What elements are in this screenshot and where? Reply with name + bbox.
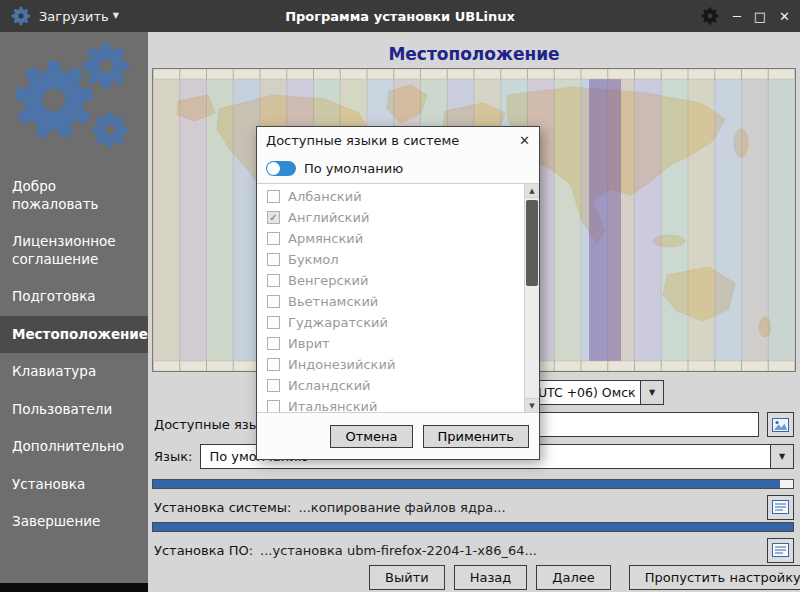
- system-progress-bar: [152, 479, 794, 489]
- checkbox-icon[interactable]: [267, 232, 280, 245]
- sidebar-footer-strip: [0, 583, 148, 592]
- checkbox-icon[interactable]: [267, 295, 280, 308]
- sidebar: Добро пожаловатьЛицензионное соглашениеП…: [0, 32, 148, 592]
- language-list-item[interactable]: Гуджаратский: [257, 312, 524, 333]
- log-icon: [772, 500, 789, 514]
- dialog-header: Доступные языки в системе ✕: [257, 127, 539, 154]
- sidebar-item-keyboard[interactable]: Клавиатура: [0, 353, 148, 391]
- close-button[interactable]: ✕: [779, 10, 790, 23]
- language-list-item[interactable]: Армянский: [257, 228, 524, 249]
- default-toggle-label: По умолчанию: [304, 161, 403, 176]
- cancel-button[interactable]: Отмена: [330, 425, 412, 448]
- window-title: Программа установки UBLinux: [0, 9, 800, 24]
- language-item-label: Албанский: [288, 189, 362, 204]
- software-status-row: Установка ПО: ...установка ubm-firefox-2…: [154, 537, 794, 563]
- checkbox-icon[interactable]: [267, 316, 280, 329]
- checkbox-icon[interactable]: [267, 190, 280, 203]
- next-button[interactable]: Далее: [536, 565, 610, 590]
- toggle-knob: [267, 162, 280, 175]
- language-list: АлбанскийАнглийскийАрмянскийБукмолВенгер…: [257, 186, 524, 412]
- back-button[interactable]: Назад: [454, 565, 528, 590]
- default-toggle-row: По умолчанию: [257, 154, 539, 183]
- gears-artwork-icon: [2, 38, 146, 164]
- picture-icon: [772, 418, 789, 432]
- sidebar-item-welcome[interactable]: Добро пожаловать: [0, 168, 148, 223]
- load-button-label: Загрузить: [39, 9, 109, 24]
- checkbox-checked-icon[interactable]: [267, 211, 280, 224]
- sidebar-item-advanced[interactable]: Дополнительно: [0, 428, 148, 466]
- checkbox-icon[interactable]: [267, 379, 280, 392]
- sidebar-item-location[interactable]: Местоположение: [0, 316, 148, 354]
- language-list-item[interactable]: Венгерский: [257, 270, 524, 291]
- software-log-button[interactable]: [767, 538, 794, 563]
- software-progress-fill: [153, 523, 793, 531]
- scroll-down-icon[interactable]: ▼: [525, 398, 539, 412]
- language-list-item[interactable]: Албанский: [257, 186, 524, 207]
- load-button[interactable]: Загрузить ▼: [39, 9, 119, 24]
- default-toggle[interactable]: [266, 161, 296, 176]
- language-item-label: Гуджаратский: [288, 315, 388, 330]
- language-item-label: Иврит: [288, 336, 330, 351]
- dialog-title: Доступные языки в системе: [266, 133, 459, 148]
- language-list-item[interactable]: Вьетнамский: [257, 291, 524, 312]
- system-status-row: Установка системы: ...копирование файлов…: [154, 494, 794, 520]
- settings-gear-icon[interactable]: [700, 6, 720, 26]
- apply-button[interactable]: Применить: [423, 425, 529, 448]
- dialog-footer: Отмена Применить: [257, 413, 539, 459]
- sidebar-item-license[interactable]: Лицензионное соглашение: [0, 223, 148, 278]
- footer-buttons-row: Выйти Назад Далее Пропустить настройку: [152, 565, 794, 590]
- language-item-label: Исландский: [288, 378, 371, 393]
- software-status-text: ...установка ubm-firefox-2204-1-x86_64..…: [260, 543, 537, 558]
- page-title: Местоположение: [148, 44, 800, 64]
- chevron-down-icon: ▼: [113, 12, 119, 20]
- skip-setup-button[interactable]: Пропустить настройку: [629, 565, 800, 590]
- checkbox-icon[interactable]: [267, 274, 280, 287]
- checkbox-icon[interactable]: [267, 253, 280, 266]
- system-log-button[interactable]: [767, 495, 794, 520]
- timezone-select-value: (UTC +06) Омск: [527, 385, 640, 400]
- language-item-label: Английский: [288, 210, 369, 225]
- language-select-arrow-icon[interactable]: ▼: [770, 445, 793, 468]
- language-item-label: Букмол: [288, 252, 339, 267]
- minimize-button[interactable]: ─: [733, 10, 741, 23]
- dialog-close-icon[interactable]: ✕: [519, 133, 530, 148]
- software-status-label: Установка ПО:: [154, 543, 253, 558]
- app-gear-icon: [10, 5, 32, 27]
- maximize-button[interactable]: □: [754, 10, 766, 23]
- sidebar-item-finish[interactable]: Завершение: [0, 503, 148, 541]
- language-item-label: Венгерский: [288, 273, 368, 288]
- scrollbar[interactable]: ▲ ▼: [524, 184, 539, 412]
- scroll-up-icon[interactable]: ▲: [525, 184, 539, 198]
- sidebar-item-users[interactable]: Пользователи: [0, 391, 148, 429]
- checkbox-icon[interactable]: [267, 358, 280, 371]
- checkbox-icon[interactable]: [267, 337, 280, 350]
- language-item-label: Армянский: [288, 231, 363, 246]
- titlebar: Загрузить ▼ Программа установки UBLinux …: [0, 0, 800, 32]
- scrollbar-thumb[interactable]: [526, 200, 538, 286]
- software-progress-bar: [152, 522, 794, 532]
- log-icon: [772, 543, 789, 557]
- sidebar-nav: Добро пожаловатьЛицензионное соглашениеП…: [0, 168, 148, 541]
- language-list-item[interactable]: Букмол: [257, 249, 524, 270]
- language-item-label: Итальянский: [288, 399, 377, 412]
- language-list-item[interactable]: Исландский: [257, 375, 524, 396]
- system-progress-fill: [153, 480, 780, 488]
- language-list-item[interactable]: Индонезийский: [257, 354, 524, 375]
- language-list-item[interactable]: Английский: [257, 207, 524, 228]
- language-list-item[interactable]: Итальянский: [257, 396, 524, 412]
- system-status-text: ...копирование файлов ядра...: [298, 500, 505, 515]
- sidebar-item-preparation[interactable]: Подготовка: [0, 278, 148, 316]
- choose-languages-button[interactable]: [767, 412, 794, 437]
- language-list-container: АлбанскийАнглийскийАрмянскийБукмолВенгер…: [257, 183, 539, 413]
- timezone-select-arrow-icon[interactable]: ▼: [640, 381, 663, 404]
- sidebar-item-installation[interactable]: Установка: [0, 466, 148, 504]
- language-label: Язык:: [154, 449, 192, 464]
- language-item-label: Индонезийский: [288, 357, 395, 372]
- available-languages-dialog: Доступные языки в системе ✕ По умолчанию…: [256, 126, 540, 460]
- system-status-label: Установка системы:: [154, 500, 291, 515]
- exit-button[interactable]: Выйти: [369, 565, 445, 590]
- language-item-label: Вьетнамский: [288, 294, 378, 309]
- checkbox-icon[interactable]: [267, 400, 280, 412]
- language-list-item[interactable]: Иврит: [257, 333, 524, 354]
- timezone-select[interactable]: (UTC +06) Омск ▼: [526, 380, 664, 405]
